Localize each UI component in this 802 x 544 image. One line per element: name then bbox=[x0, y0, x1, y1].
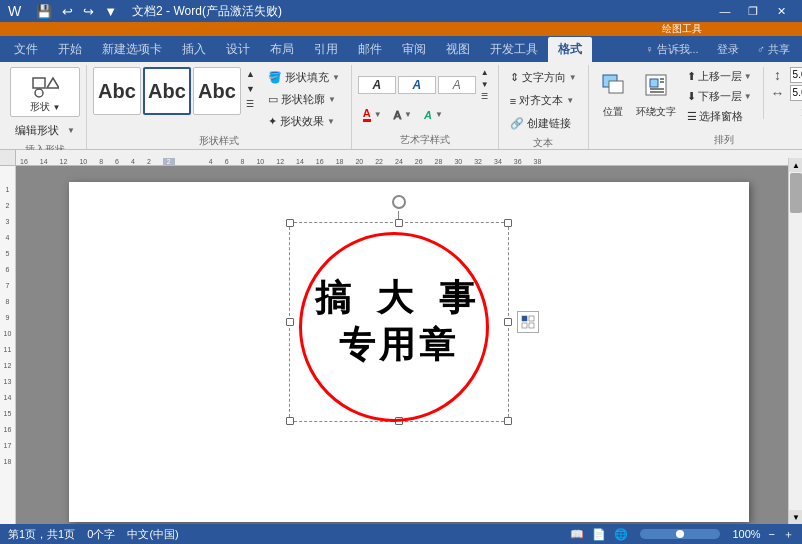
text-direction-label: 文字方向 bbox=[522, 70, 566, 85]
title-bar: W 💾 ↩ ↪ ▼ 文档2 - Word(产品激活失败) — ❐ ✕ bbox=[0, 0, 802, 22]
shape-style-more[interactable]: ☰ bbox=[243, 97, 258, 111]
position-label: 位置 bbox=[603, 105, 623, 119]
shape-container[interactable]: 搞 大 事 专用章 bbox=[289, 222, 509, 422]
position-button[interactable]: 位置 bbox=[595, 67, 631, 119]
tab-review[interactable]: 审阅 bbox=[392, 37, 436, 62]
close-button[interactable]: ✕ bbox=[768, 3, 794, 19]
minimize-button[interactable]: — bbox=[712, 3, 738, 19]
wordart-collapse[interactable]: ▼ bbox=[478, 79, 492, 90]
share-button[interactable]: ♂ 共享 bbox=[749, 40, 798, 59]
handle-bottom-right[interactable] bbox=[504, 417, 512, 425]
text-group-content: ⇕ 文字方向 ▼ ≡ 对齐文本 ▼ 🔗 创建链接 bbox=[505, 67, 582, 134]
save-button[interactable]: 💾 bbox=[33, 3, 55, 20]
zoom-out-button[interactable]: − bbox=[769, 528, 775, 540]
wordart-styles-group: A A A ▲ ▼ ☰ A ▼ A ▼ bbox=[352, 65, 499, 149]
shape-style-collapse[interactable]: ▼ bbox=[243, 82, 258, 96]
ruler-area: 16 14 12 10 8 6 4 2 2 4 6 8 10 12 14 16 … bbox=[0, 150, 802, 166]
height-icon: ↕ bbox=[768, 67, 788, 83]
view-web-button[interactable]: 🌐 bbox=[614, 528, 628, 541]
shape-style-3[interactable]: Abc bbox=[193, 67, 241, 115]
shape-text-line1: 搞 大 事 bbox=[315, 275, 483, 322]
shape-outline-button[interactable]: ▭ 形状轮廓 ▼ bbox=[263, 89, 345, 110]
height-input[interactable] bbox=[790, 67, 802, 83]
restore-button[interactable]: ❐ bbox=[740, 3, 766, 19]
app-icon: W bbox=[8, 3, 21, 19]
zoom-thumb[interactable] bbox=[676, 530, 684, 538]
scroll-thumb[interactable] bbox=[790, 173, 802, 213]
drawing-tools-bar: 绘图工具 bbox=[0, 22, 802, 36]
text-direction-icon: ⇕ bbox=[510, 71, 519, 84]
tab-home[interactable]: 开始 bbox=[48, 37, 92, 62]
width-input[interactable] bbox=[790, 85, 802, 101]
vertical-scrollbar[interactable]: ▲ ▼ bbox=[788, 166, 802, 524]
handle-bottom-left[interactable] bbox=[286, 417, 294, 425]
wordart-expand[interactable]: ▲ bbox=[478, 67, 492, 78]
tab-view[interactable]: 视图 bbox=[436, 37, 480, 62]
edit-shape-button[interactable]: 编辑形状 ▼ bbox=[10, 120, 80, 141]
tab-file[interactable]: 文件 bbox=[4, 37, 48, 62]
view-read-button[interactable]: 📖 bbox=[570, 528, 584, 541]
handle-top-left[interactable] bbox=[286, 219, 294, 227]
tab-references[interactable]: 引用 bbox=[304, 37, 348, 62]
handle-middle-left[interactable] bbox=[286, 318, 294, 326]
scroll-down-button[interactable]: ▼ bbox=[789, 510, 802, 524]
wrap-text-icon bbox=[642, 71, 670, 99]
svg-rect-0 bbox=[33, 78, 45, 88]
handle-top-center[interactable] bbox=[395, 219, 403, 227]
shape-fill-button[interactable]: 🪣 形状填充 ▼ bbox=[263, 67, 345, 88]
shape-style-expand[interactable]: ▲ bbox=[243, 67, 258, 81]
rotate-handle[interactable] bbox=[391, 194, 407, 210]
tab-insert[interactable]: 插入 bbox=[172, 37, 216, 62]
zoom-slider[interactable] bbox=[640, 529, 720, 539]
create-link-button[interactable]: 🔗 创建链接 bbox=[505, 113, 582, 134]
bring-forward-button[interactable]: ⬆ 上移一层 ▼ bbox=[683, 67, 756, 86]
shape-style-1[interactable]: Abc bbox=[93, 67, 141, 115]
send-backward-button[interactable]: ⬇ 下移一层 ▼ bbox=[683, 87, 756, 106]
edit-shape-arrow: ▼ bbox=[67, 126, 75, 135]
tab-mail[interactable]: 邮件 bbox=[348, 37, 392, 62]
redo-button[interactable]: ↪ bbox=[80, 3, 97, 20]
shape-effect-button[interactable]: ✦ 形状效果 ▼ bbox=[263, 111, 345, 132]
text-outline-button[interactable]: A ▼ bbox=[389, 106, 417, 124]
zoom-in-button[interactable]: ＋ bbox=[783, 527, 794, 542]
shapes-dropdown-button[interactable]: 形状 ▼ bbox=[10, 67, 80, 117]
send-backward-label: 下移一层 bbox=[698, 89, 742, 104]
handle-middle-right[interactable] bbox=[504, 318, 512, 326]
svg-marker-1 bbox=[47, 78, 59, 88]
shape-text[interactable]: 搞 大 事 专用章 bbox=[309, 242, 489, 402]
bring-forward-icon: ⬆ bbox=[687, 70, 696, 83]
tab-new[interactable]: 新建选项卡 bbox=[92, 37, 172, 62]
tab-design[interactable]: 设计 bbox=[216, 37, 260, 62]
view-print-button[interactable]: 📄 bbox=[592, 528, 606, 541]
align-text-button[interactable]: ≡ 对齐文本 ▼ bbox=[505, 90, 582, 111]
bring-forward-label: 上移一层 bbox=[698, 69, 742, 84]
layout-options-icon bbox=[521, 315, 535, 329]
text-direction-button[interactable]: ⇕ 文字方向 ▼ bbox=[505, 67, 582, 88]
shape-outline-label: 形状轮廓 bbox=[281, 92, 325, 107]
align-text-arrow: ▼ bbox=[566, 96, 574, 105]
tab-layout[interactable]: 布局 bbox=[260, 37, 304, 62]
layout-options-button[interactable] bbox=[517, 311, 539, 333]
handle-top-right[interactable] bbox=[504, 219, 512, 227]
shape-style-2[interactable]: Abc bbox=[143, 67, 191, 115]
insert-shapes-content: 形状 ▼ 编辑形状 ▼ bbox=[10, 67, 80, 141]
wordart-more[interactable]: ☰ bbox=[478, 91, 492, 102]
tell-me-button[interactable]: ♀ 告诉我... bbox=[637, 40, 706, 59]
svg-rect-11 bbox=[522, 316, 527, 321]
wordart-style-1[interactable]: A bbox=[358, 76, 396, 94]
tab-developer[interactable]: 开发工具 bbox=[480, 37, 548, 62]
svg-rect-6 bbox=[650, 79, 658, 87]
tab-format[interactable]: 格式 bbox=[548, 37, 592, 62]
selection-pane-button[interactable]: ☰ 选择窗格 bbox=[683, 107, 756, 126]
login-button[interactable]: 登录 bbox=[709, 40, 747, 59]
customize-qa-button[interactable]: ▼ bbox=[101, 3, 120, 20]
wordart-style-3[interactable]: A bbox=[438, 76, 476, 94]
svg-rect-4 bbox=[609, 81, 623, 93]
text-group: ⇕ 文字方向 ▼ ≡ 对齐文本 ▼ 🔗 创建链接 文本 bbox=[499, 65, 589, 149]
undo-button[interactable]: ↩ bbox=[59, 3, 76, 20]
text-effect-button[interactable]: A ▼ bbox=[419, 106, 448, 124]
wordart-style-2[interactable]: A bbox=[398, 76, 436, 94]
text-fill-button[interactable]: A ▼ bbox=[358, 104, 387, 125]
size-group: ↕ ▲ ▼ ↔ ▲ ▼ 大小 bbox=[763, 67, 802, 119]
wrap-text-button[interactable]: 环绕文字 bbox=[636, 67, 676, 119]
